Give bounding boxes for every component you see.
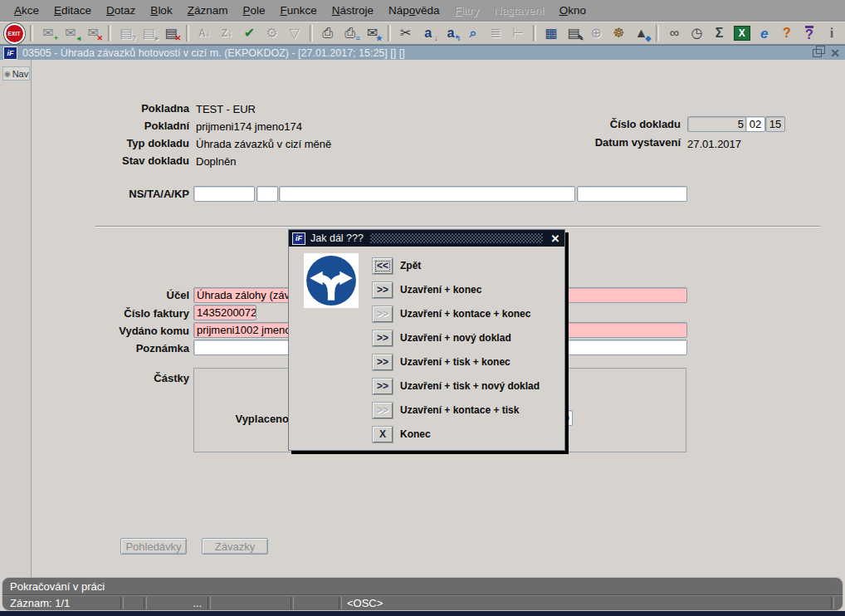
option-label: Uzavření + kontace + tisk xyxy=(400,404,519,416)
menu-dotaz[interactable]: Dotaz xyxy=(99,4,143,17)
pohledavky-button: Pohledávky xyxy=(120,538,187,555)
uzavreni-kontace-tisk-button: >> xyxy=(373,403,393,418)
cislo-dokladu-field-3[interactable]: 15 xyxy=(765,116,785,132)
uzavreni-kontace-konec-button: >> xyxy=(373,306,393,322)
print-batch-icon[interactable]: ⎙≡ xyxy=(340,23,360,43)
send-mail-icon[interactable]: ✉★ xyxy=(363,23,383,43)
dialog-close-icon[interactable]: ✕ xyxy=(549,232,561,245)
pokladna-label: Pokladna xyxy=(33,102,189,115)
akce-field[interactable] xyxy=(279,186,575,202)
window-close-icon[interactable]: ✕ xyxy=(828,46,842,60)
web-icon: ⊕ xyxy=(586,23,606,43)
pokladni-label: Pokladní xyxy=(33,120,189,132)
dialog-titlebar: iF Jak dál ??? ✕ xyxy=(289,230,564,247)
ta-field[interactable] xyxy=(256,186,278,202)
print-icon[interactable]: ⎙ xyxy=(318,23,338,43)
replace-text-icon[interactable]: a↰ xyxy=(441,23,461,43)
ns-field[interactable] xyxy=(193,186,255,202)
cislo-dokladu-field-2[interactable]: 02 xyxy=(745,116,765,132)
menu-okno[interactable]: Okno xyxy=(552,4,593,17)
scheduler-icon[interactable]: ◷ xyxy=(686,23,706,43)
excel-export-icon[interactable]: X xyxy=(732,23,752,43)
search-documents-icon[interactable]: ∞ xyxy=(664,23,684,43)
toolbar-separator xyxy=(388,25,391,42)
sum-icon[interactable]: Σ xyxy=(710,23,730,43)
status-separator xyxy=(120,597,124,609)
pokladni-value: prijmeni174 jmeno174 xyxy=(196,120,302,133)
exit-button[interactable]: EXIT xyxy=(3,23,25,43)
delete-record-icon[interactable]: ✉✕ xyxy=(83,23,103,43)
tools-icon: ⚙ xyxy=(261,23,281,43)
vydano-komu-label: Vydáno komu xyxy=(33,325,189,337)
kp-field[interactable] xyxy=(577,186,687,202)
option-uzavreni-tisk-konec[interactable]: >> Uzavření + tisk + konec xyxy=(373,354,540,370)
vyplaceno-label: Vyplaceno xyxy=(199,413,289,425)
app-logo-icon: iF xyxy=(3,46,17,60)
radio-icon: ◉ xyxy=(4,70,11,78)
status-osc: <OSC> xyxy=(347,597,383,609)
option-label: Konec xyxy=(400,428,431,440)
menu-blok[interactable]: Blok xyxy=(143,4,179,17)
form-divider xyxy=(95,226,820,227)
dialog-logo-icon: iF xyxy=(292,232,305,245)
menu-nastroje[interactable]: Nástroje xyxy=(325,4,381,17)
jak-dal-dialog: iF Jak dál ??? ✕ << Zpět >> Uzavření + k… xyxy=(288,229,565,451)
help-icon[interactable]: ? xyxy=(799,23,819,43)
uzavreni-tisk-novy-doklad-button[interactable]: >> xyxy=(373,379,393,394)
navigator-panel: ◉ Nav xyxy=(0,60,32,577)
paste-text-icon[interactable]: a↓ xyxy=(418,23,438,43)
consultation-icon[interactable]: ? xyxy=(777,23,797,43)
navigator-wheel-icon[interactable]: ☸ xyxy=(608,23,628,43)
option-uzavreni-kontace-tisk: >> Uzavření + kontace + tisk xyxy=(373,402,540,418)
konec-button[interactable]: X xyxy=(373,427,393,442)
poznamka-label: Poznámka xyxy=(33,342,189,354)
duplicate-record-icon[interactable]: ✉◂ xyxy=(61,23,81,43)
calendar-icon[interactable]: ▦ xyxy=(541,23,561,43)
info-icon[interactable]: i xyxy=(822,23,842,43)
datum-vystaveni-label: Datum vystavení xyxy=(531,136,681,149)
cislo-faktury-field[interactable]: 1435200072 xyxy=(193,305,256,320)
status-separator xyxy=(339,597,342,609)
typ-dokladu-value: Úhrada závazků v cizí měně xyxy=(196,138,331,150)
menu-akce[interactable]: Akce xyxy=(7,4,46,17)
edit-document-icon[interactable]: ▤✎ xyxy=(564,23,584,43)
datum-vystaveni-value: 27.01.2017 xyxy=(687,138,741,150)
toolbar-separator xyxy=(30,25,33,42)
toolbar-separator xyxy=(656,25,659,42)
window-restore-icon[interactable] xyxy=(813,49,822,57)
option-zpet[interactable]: << Zpět xyxy=(373,257,540,274)
uzavreni-novy-doklad-button[interactable]: >> xyxy=(373,330,393,346)
option-uzavreni-tisk-novy-doklad[interactable]: >> Uzavření + tisk + nový doklad xyxy=(373,378,540,394)
option-uzavreni-konec[interactable]: >> Uzavření + konec xyxy=(373,281,540,298)
option-label: Uzavření + nový doklad xyxy=(400,332,511,344)
ns-ta-a-kp-label: NS/TA/A/KP xyxy=(33,188,189,200)
list-values-icon: ≣ xyxy=(486,23,506,43)
cancel-query-icon[interactable]: ▤✕ xyxy=(161,23,181,43)
ucel-label: Účel xyxy=(33,289,189,301)
zpet-button[interactable]: << xyxy=(373,258,393,274)
castky-label: Částky xyxy=(33,372,189,384)
menu-napoveda[interactable]: Nápověda xyxy=(381,4,447,17)
browser-icon[interactable]: e xyxy=(755,23,774,43)
uzavreni-konec-button[interactable]: >> xyxy=(373,282,393,298)
cut-icon[interactable]: ✂ xyxy=(396,23,416,43)
find-icon[interactable]: ⌕ xyxy=(463,23,483,43)
menu-editace[interactable]: Editace xyxy=(46,4,99,17)
menu-funkce[interactable]: Funkce xyxy=(272,4,324,17)
dialog-title: Jak dál ??? xyxy=(310,232,364,244)
uzavreni-tisk-konec-button[interactable]: >> xyxy=(373,354,393,370)
status-separator xyxy=(291,597,294,609)
option-uzavreni-novy-doklad[interactable]: >> Uzavření + nový doklad xyxy=(373,330,540,346)
status-bar: Pokračování v práci Záznam: 1/1 ... <OSC… xyxy=(2,577,843,611)
option-konec[interactable]: X Konec xyxy=(373,426,540,442)
cislo-dokladu-field-1[interactable]: 5 xyxy=(687,116,747,132)
menu-bar: Akce Editace Dotaz Blok Záznam Pole Funk… xyxy=(0,0,845,22)
menu-zaznam[interactable]: Záznam xyxy=(180,4,236,17)
menu-filtry: Filtry xyxy=(447,4,486,17)
alerts-icon[interactable]: ▲◆ xyxy=(631,23,651,43)
sort-ascending-icon: A↓ xyxy=(194,23,214,43)
nav-tab[interactable]: ◉ Nav xyxy=(2,66,30,81)
commit-icon[interactable]: ✔ xyxy=(239,23,259,43)
insert-record-icon[interactable]: ✉+ xyxy=(38,23,58,43)
menu-pole[interactable]: Pole xyxy=(235,4,272,17)
